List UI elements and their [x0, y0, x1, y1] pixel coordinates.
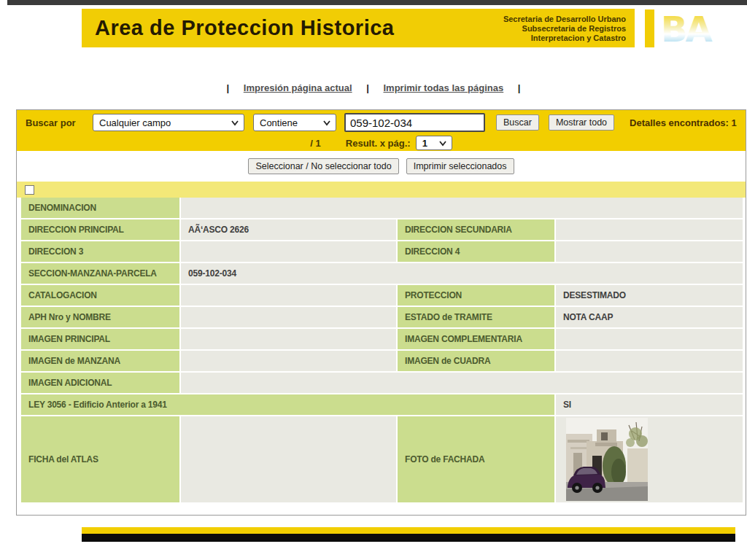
field-value-denominacion — [181, 198, 743, 218]
field-label-direccion-4: DIRECCION 4 — [398, 241, 554, 262]
toggle-select-all-button[interactable]: Seleccionar / No seleccionar todo — [248, 158, 398, 174]
facade-photo[interactable] — [566, 418, 648, 501]
field-label-denominacion: DENOMINACION — [21, 198, 179, 218]
field-value-imagen-principal — [181, 329, 396, 349]
header-separator-bar — [645, 9, 654, 47]
field-value-ley-3056: SI — [556, 394, 743, 415]
buscar-button[interactable]: Buscar — [496, 114, 539, 131]
search-field-select[interactable]: Cualquier campo — [93, 114, 244, 131]
field-label-imagen-manzana: IMAGEN de MANZANA — [21, 351, 179, 371]
table-row: IMAGEN ADICIONAL — [21, 373, 743, 393]
print-current-page-link[interactable]: Impresión página actual — [244, 82, 352, 93]
record-table: DENOMINACION DIRECCION PRINCIPAL AÃ‘ASCO… — [21, 198, 743, 502]
field-value-direccion-4 — [556, 241, 743, 262]
search-operator-selected-value: Contiene — [260, 117, 298, 128]
field-label-imagen-principal: IMAGEN PRINCIPAL — [21, 329, 179, 349]
field-value-direccion-secundaria — [556, 219, 743, 240]
header: Area de Proteccion Historica Secretaria … — [82, 9, 635, 47]
field-value-direccion-principal: AÃ‘ASCO 2626 — [181, 219, 396, 240]
search-bar: Buscar por Cualquier campo Contiene Busc… — [17, 110, 746, 135]
chevron-down-icon — [438, 139, 447, 147]
table-row: FICHA del ATLAS FOTO de FACHADA — [21, 416, 743, 502]
field-value-ficha-atlas — [181, 416, 396, 502]
field-label-estado-tramite: ESTADO de TRAMITE — [398, 307, 554, 327]
field-label-imagen-cuadra: IMAGEN de CUADRA — [398, 351, 554, 371]
table-row: APH Nro y NOMBRE ESTADO de TRAMITE NOTA … — [21, 307, 743, 327]
print-selected-button[interactable]: Imprimir seleccionados — [406, 158, 514, 174]
separator: | — [227, 82, 230, 93]
field-value-seccion-manzana-parcela: 059-102-034 — [181, 263, 743, 284]
field-value-imagen-cuadra — [556, 351, 743, 371]
main-panel: Buscar por Cualquier campo Contiene Busc… — [16, 109, 746, 516]
org-line-3: Interpretacion y Catastro — [503, 34, 626, 43]
results-count-text: Detalles encontrados: 1 — [630, 117, 737, 128]
field-value-proteccion: DESESTIMADO — [556, 285, 743, 306]
results-per-page-label: Result. x pág.: — [346, 138, 411, 149]
footer-yellow-bar — [82, 527, 735, 534]
org-line-1: Secretaria de Desarrollo Urbano — [503, 15, 626, 24]
search-by-label: Buscar por — [26, 117, 93, 128]
field-label-seccion-manzana-parcela: SECCION-MANZANA-PARCELA — [21, 263, 179, 284]
field-label-ley-3056: LEY 3056 - Edificio Anterior a 1941 — [21, 394, 554, 415]
table-row: IMAGEN de MANZANA IMAGEN de CUADRA — [21, 351, 743, 371]
field-value-aph — [181, 307, 396, 327]
page-of-text: / 1 — [310, 138, 320, 149]
results-per-page-value: 1 — [422, 138, 427, 149]
record-checkbox[interactable] — [25, 185, 34, 195]
field-label-aph: APH Nro y NOMBRE — [21, 307, 179, 327]
field-value-catalogacion — [181, 285, 396, 306]
field-label-imagen-adicional: IMAGEN ADICIONAL — [21, 373, 179, 393]
field-label-imagen-complementaria: IMAGEN COMPLEMENTARIA — [398, 329, 554, 349]
mostrar-todo-button[interactable]: Mostrar todo — [549, 114, 614, 131]
pager-bar: / 1 Result. x pág.: 1 — [17, 135, 746, 151]
page-title: Area de Proteccion Historica — [82, 16, 394, 40]
table-row: SECCION-MANZANA-PARCELA 059-102-034 — [21, 263, 743, 284]
top-strip — [7, 0, 747, 5]
org-line-2: Subsecretaria de Registros — [503, 24, 626, 34]
svg-text:BA: BA — [661, 10, 713, 47]
ba-logo: BA — [661, 10, 716, 47]
search-operator-select[interactable]: Contiene — [253, 114, 336, 131]
field-value-imagen-complementaria — [556, 329, 743, 349]
field-label-proteccion: PROTECCION — [398, 285, 554, 306]
field-label-ficha-atlas: FICHA del ATLAS — [21, 416, 179, 502]
record-select-row — [17, 182, 746, 198]
field-label-catalogacion: CATALOGACION — [21, 285, 179, 306]
separator: | — [366, 82, 369, 93]
table-row: DIRECCION PRINCIPAL AÃ‘ASCO 2626 DIRECCI… — [21, 219, 743, 240]
search-field-selected-value: Cualquier campo — [99, 117, 171, 128]
table-row: DIRECCION 3 DIRECCION 4 — [21, 241, 743, 262]
field-value-imagen-adicional — [181, 373, 743, 393]
org-subtitle: Secretaria de Desarrollo Urbano Subsecre… — [503, 15, 626, 43]
chevron-down-icon — [322, 118, 331, 127]
field-value-foto-fachada — [556, 416, 743, 502]
field-label-foto-fachada: FOTO de FACHADA — [398, 416, 554, 502]
print-links-bar: | Impresión página actual | Imprimir tod… — [0, 82, 747, 93]
field-value-direccion-3 — [181, 241, 396, 262]
table-row: LEY 3056 - Edificio Anterior a 1941 SI — [21, 394, 743, 415]
field-label-direccion-secundaria: DIRECCION SECUNDARIA — [398, 219, 554, 240]
table-row: DENOMINACION — [21, 198, 743, 218]
field-label-direccion-3: DIRECCION 3 — [21, 241, 179, 262]
chevron-down-icon — [231, 118, 239, 127]
field-value-estado-tramite: NOTA CAAP — [556, 307, 743, 327]
results-per-page-select[interactable]: 1 — [416, 136, 452, 150]
field-label-direccion-principal: DIRECCION PRINCIPAL — [21, 219, 179, 240]
footer-black-bar — [82, 534, 735, 542]
field-value-imagen-manzana — [181, 351, 396, 371]
search-query-input[interactable] — [344, 113, 485, 132]
table-row: CATALOGACION PROTECCION DESESTIMADO — [21, 285, 743, 306]
separator: | — [518, 82, 521, 93]
table-row: IMAGEN PRINCIPAL IMAGEN COMPLEMENTARIA — [21, 329, 743, 349]
actions-bar: Seleccionar / No seleccionar todo Imprim… — [17, 151, 746, 182]
print-all-pages-link[interactable]: Imprimir todas las páginas — [384, 82, 504, 93]
